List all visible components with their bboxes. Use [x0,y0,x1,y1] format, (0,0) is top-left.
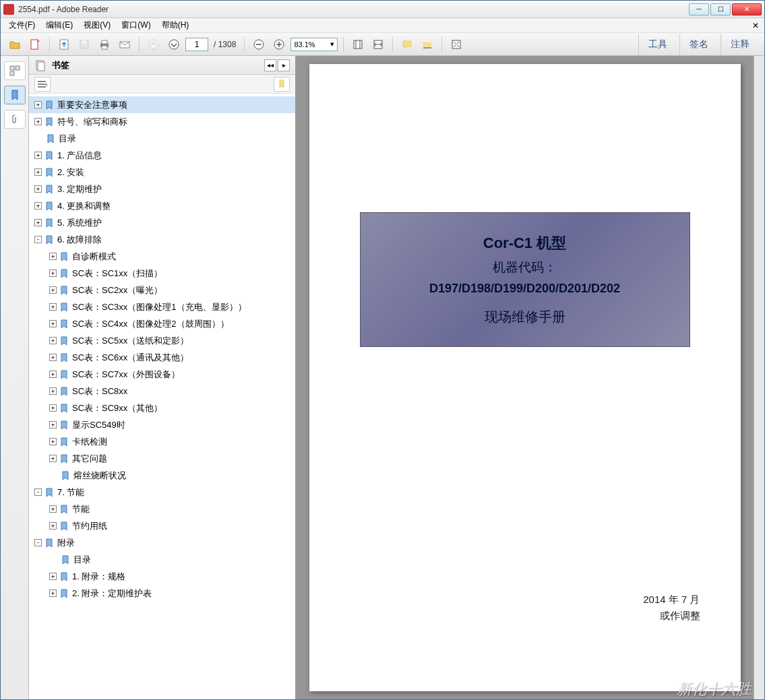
expander-icon[interactable]: + [49,505,57,513]
document-viewport[interactable]: Cor-C1 机型 机器代码： D197/D198/D199/D200/D201… [296,56,754,699]
bookmark-item[interactable]: -7. 节能 [29,484,295,501]
bookmark-item[interactable]: -6. 故障排除 [29,231,295,248]
bookmark-item[interactable]: +3. 定期维护 [29,181,295,197]
bookmark-item[interactable]: +符号、缩写和商标 [29,113,295,130]
zoom-select[interactable]: 83.1%▾ [290,38,338,51]
options-button[interactable] [34,77,51,92]
expander-icon[interactable]: + [49,286,57,294]
document-close-icon[interactable]: ✕ [752,21,759,30]
expander-icon[interactable]: + [49,438,57,445]
open-button[interactable] [6,36,24,53]
bookmark-item[interactable]: +其它问题 [29,450,295,467]
collapse-right-button[interactable]: ▸ [278,59,290,71]
expander-icon[interactable]: + [34,152,42,159]
expander-icon[interactable]: + [34,219,42,226]
bookmark-item[interactable]: +SC表：SC9xx（其他） [29,400,295,416]
maximize-button[interactable]: ☐ [710,3,731,15]
page-number-input[interactable] [185,38,208,51]
expander-icon[interactable]: + [49,337,57,344]
expander-icon[interactable]: + [49,455,57,462]
expander-icon[interactable]: - [34,488,42,496]
bookmark-item[interactable]: +自诊断模式 [29,248,295,265]
page-down-button[interactable] [165,36,183,53]
tools-panel-button[interactable]: 工具 [638,34,677,55]
expander-icon[interactable]: + [49,590,57,597]
bookmark-item[interactable]: +1. 产品信息 [29,147,295,164]
bookmark-item[interactable]: +重要安全注意事项 [29,96,295,113]
page-up-button[interactable] [145,36,162,53]
expander-icon[interactable]: + [49,522,57,530]
menu-window[interactable]: 窗口(W) [116,18,156,32]
bookmark-item[interactable]: +SC表：SC8xx [29,383,295,400]
expander-icon[interactable]: + [49,303,57,311]
collapse-left-button[interactable]: ◂◂ [264,59,276,71]
attachments-tab[interactable] [4,110,26,129]
bookmark-item[interactable]: +节能 [29,501,295,517]
expander-icon[interactable]: + [49,371,57,378]
bookmark-item[interactable]: +SC表：SC4xx（图像处理2（鼓周围）） [29,315,295,332]
find-bookmark-button[interactable] [274,77,290,92]
save-button[interactable] [75,36,93,53]
expander-icon[interactable]: + [34,185,42,193]
bookmark-item[interactable]: 熔丝烧断状况 [29,467,295,484]
bookmarks-tree[interactable]: +重要安全注意事项+符号、缩写和商标目录+1. 产品信息+2. 安装+3. 定期… [29,94,295,699]
export-button[interactable] [55,36,73,53]
bookmark-item[interactable]: +5. 系统维护 [29,214,295,231]
email-button[interactable] [116,36,133,53]
menu-file[interactable]: 文件(F) [3,18,40,32]
bookmark-label: 1. 产品信息 [57,150,102,162]
bookmark-item[interactable]: -附录 [29,534,295,551]
bookmark-item[interactable]: +SC表：SC2xx（曝光） [29,282,295,298]
bookmark-item[interactable]: +4. 更换和调整 [29,197,295,214]
bookmark-item[interactable]: +1. 附录：规格 [29,568,295,585]
bookmark-item[interactable]: +2. 附录：定期维护表 [29,585,295,602]
right-scroll-strip[interactable] [754,56,764,699]
bookmark-item[interactable]: +2. 安装 [29,164,295,181]
close-button[interactable]: ✕ [732,3,762,15]
comment-panel-button[interactable]: 注释 [721,34,759,55]
menu-edit[interactable]: 编辑(E) [40,18,78,32]
bookmarks-tab[interactable] [4,86,26,104]
highlight-button[interactable] [419,36,436,53]
minimize-button[interactable]: ─ [689,3,709,15]
expander-icon[interactable]: - [34,236,42,243]
bookmark-label: SC表：SC9xx（其他） [72,402,162,414]
bookmark-item[interactable]: +显示SC549时 [29,416,295,433]
thumbnails-tab[interactable] [4,61,26,80]
comment-button[interactable] [398,36,416,53]
expander-icon[interactable]: + [34,101,42,108]
bookmark-item[interactable]: +SC表：SC3xx（图像处理1（充电、显影）） [29,298,295,315]
zoom-in-button[interactable] [270,36,288,53]
zoom-out-button[interactable] [250,36,268,53]
menu-view[interactable]: 视图(V) [78,18,116,32]
bookmark-item[interactable]: 目录 [29,551,295,568]
expander-icon[interactable]: + [34,118,42,125]
expander-icon[interactable]: + [34,202,42,210]
expander-icon[interactable]: + [49,387,57,395]
bookmark-item[interactable]: +SC表：SC7xx（外围设备） [29,366,295,383]
expander-icon[interactable]: - [34,539,42,546]
chevron-down-icon: ▾ [330,40,334,49]
menu-help[interactable]: 帮助(H) [156,18,195,32]
expander-icon[interactable]: + [49,253,57,260]
expander-icon[interactable]: + [49,320,57,327]
bookmark-item[interactable]: +SC表：SC5xx（送纸和定影） [29,332,295,349]
expander-icon[interactable]: + [49,269,57,277]
expander-icon[interactable]: + [49,421,57,428]
fit-width-button[interactable] [369,36,387,53]
read-mode-button[interactable] [448,36,465,53]
expander-icon[interactable]: + [34,168,42,176]
bookmark-item[interactable]: +卡纸检测 [29,433,295,450]
fit-page-button[interactable] [349,36,367,53]
bookmark-item[interactable]: +节约用纸 [29,517,295,534]
expander-icon[interactable]: + [49,404,57,412]
bookmark-label: SC表：SC8xx [72,385,127,397]
expander-icon[interactable]: + [49,573,57,580]
print-button[interactable] [96,36,113,53]
create-pdf-button[interactable] [26,36,44,53]
sign-panel-button[interactable]: 签名 [679,34,718,55]
bookmark-item[interactable]: +SC表：SC1xx（扫描） [29,265,295,282]
bookmark-item[interactable]: +SC表：SC6xx（通讯及其他） [29,349,295,366]
bookmark-item[interactable]: 目录 [29,130,295,147]
expander-icon[interactable]: + [49,354,57,361]
